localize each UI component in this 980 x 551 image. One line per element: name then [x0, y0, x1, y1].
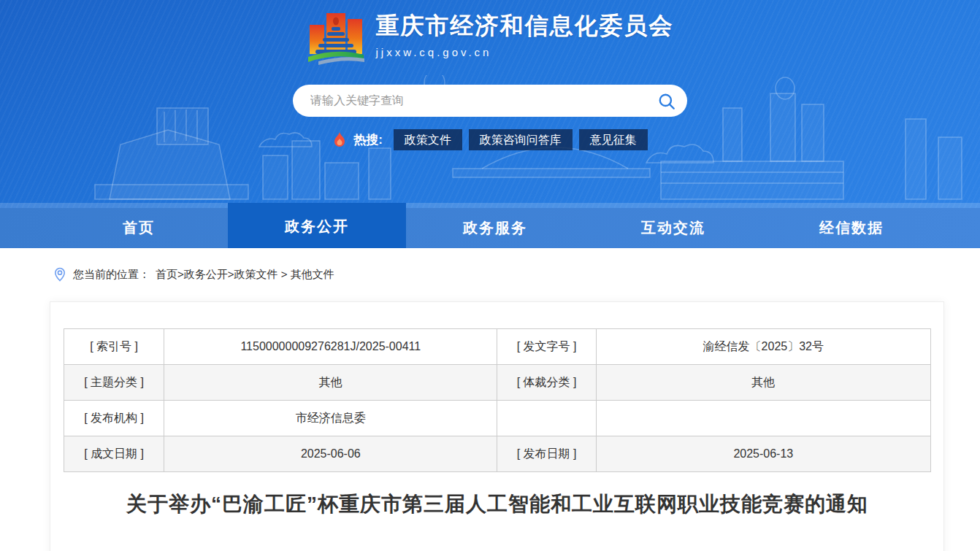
meta-value-index-number: 11500000009276281J/2025-00411	[164, 329, 497, 365]
main-nav: 首页 政务公开 政务服务 互动交流 经信数据	[0, 208, 980, 248]
logo-emblem-icon	[307, 9, 365, 70]
meta-value-written-date: 2025-06-06	[164, 436, 497, 472]
breadcrumb-separator: >	[177, 268, 184, 280]
meta-label-genre-category: [ 体裁分类 ]	[497, 365, 596, 401]
header-bottom-band	[0, 203, 980, 208]
nav-item-data[interactable]: 经信数据	[762, 208, 941, 248]
nav-item-home[interactable]: 首页	[50, 208, 228, 248]
search-button[interactable]	[657, 92, 676, 111]
logo-text: 重庆市经济和信息化委员会 jjxxw.cq.gov.cn	[376, 9, 674, 58]
breadcrumb: 您当前的位置： 首页>政务公开>政策文件 > 其他文件	[0, 248, 980, 282]
table-row: [ 主题分类 ] 其他 [ 体裁分类 ] 其他	[64, 365, 931, 401]
breadcrumb-other-files[interactable]: 其他文件	[291, 268, 334, 280]
nav-item-interaction[interactable]: 互动交流	[584, 208, 762, 248]
breadcrumb-separator: >	[278, 268, 291, 280]
meta-label-empty	[497, 401, 596, 436]
meta-value-subject-category: 其他	[164, 365, 497, 401]
meta-label-written-date: [ 成文日期 ]	[64, 436, 164, 472]
site-header: 重庆市经济和信息化委员会 jjxxw.cq.gov.cn 热搜: 政策文件 政策…	[0, 0, 980, 208]
search-input[interactable]	[293, 85, 687, 117]
hot-link-policy-qa[interactable]: 政策咨询问答库	[469, 129, 573, 150]
meta-label-index-number: [ 索引号 ]	[64, 329, 164, 365]
breadcrumb-government-affairs[interactable]: 政务公开	[184, 268, 228, 280]
meta-value-genre-category: 其他	[596, 365, 930, 401]
breadcrumb-home[interactable]: 首页	[156, 268, 177, 280]
table-row: [ 索引号 ] 11500000009276281J/2025-00411 [ …	[64, 329, 931, 365]
meta-value-empty	[596, 401, 930, 436]
meta-label-doc-number: [ 发文字号 ]	[497, 329, 596, 365]
site-logo[interactable]: 重庆市经济和信息化委员会 jjxxw.cq.gov.cn	[0, 0, 980, 70]
meta-value-doc-number: 渝经信发〔2025〕32号	[596, 329, 930, 365]
location-pin-icon	[53, 267, 67, 282]
search-bar	[293, 85, 687, 117]
document-card: [ 索引号 ] 11500000009276281J/2025-00411 [ …	[50, 301, 944, 551]
meta-value-issuing-agency: 市经济信息委	[164, 401, 497, 436]
hot-search-label: 热搜:	[353, 131, 383, 148]
breadcrumb-separator: >	[228, 268, 234, 280]
table-row: [ 成文日期 ] 2025-06-06 [ 发布日期 ] 2025-06-13	[64, 436, 931, 472]
document-meta-table: [ 索引号 ] 11500000009276281J/2025-00411 [ …	[64, 328, 931, 472]
meta-value-publish-date: 2025-06-13	[596, 436, 930, 472]
article-title: 关于举办“巴渝工匠”杯重庆市第三届人工智能和工业互联网职业技能竞赛的通知	[64, 490, 931, 518]
site-url: jjxxw.cq.gov.cn	[376, 46, 674, 58]
search-icon	[657, 92, 676, 111]
hot-link-policy-files[interactable]: 政策文件	[394, 129, 462, 150]
meta-label-issuing-agency: [ 发布机构 ]	[64, 401, 164, 436]
meta-label-subject-category: [ 主题分类 ]	[64, 365, 164, 401]
breadcrumb-policy-files[interactable]: 政策文件	[234, 268, 278, 280]
meta-label-publish-date: [ 发布日期 ]	[497, 436, 596, 472]
nav-item-services[interactable]: 政务服务	[406, 208, 584, 248]
breadcrumb-path: 首页>政务公开>政策文件 > 其他文件	[156, 268, 334, 282]
hot-search-row: 热搜: 政策文件 政策咨询问答库 意见征集	[0, 129, 980, 150]
site-title: 重庆市经济和信息化委员会	[376, 10, 674, 42]
table-row: [ 发布机构 ] 市经济信息委	[64, 401, 931, 436]
breadcrumb-prefix: 您当前的位置：	[73, 268, 150, 282]
hot-link-opinion-collect[interactable]: 意见征集	[579, 129, 648, 150]
nav-item-government-affairs[interactable]: 政务公开	[228, 203, 406, 248]
flame-icon	[332, 131, 347, 149]
